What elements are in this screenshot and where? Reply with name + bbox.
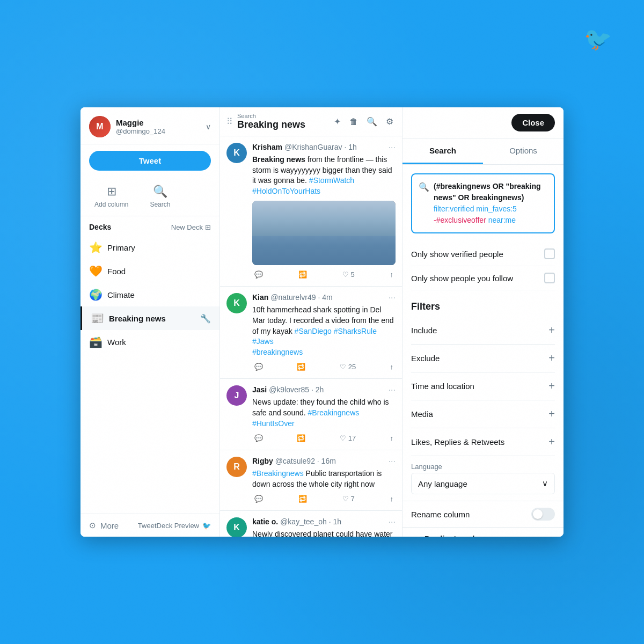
sidebar-nav: ⊞ Add column 🔍 Search [80, 177, 219, 216]
sidebar-item-breaking-news[interactable]: 📰 Breaking news 🔧 [80, 306, 219, 330]
tweet-meta: Rigby @catsule92 · 16m ··· [252, 457, 396, 466]
tweet-name: Krisham [252, 143, 282, 151]
retweet-button[interactable]: 🔁 [295, 362, 308, 372]
food-icon: 🧡 [89, 265, 102, 277]
avatar[interactable]: M [89, 116, 111, 137]
share-button[interactable]: ↑ [387, 269, 396, 280]
retweet-button[interactable]: 🔁 [296, 269, 309, 280]
tweet-name: katie o. [252, 517, 278, 526]
star-icon: ⭐ [89, 241, 102, 254]
search-nav-item[interactable]: 🔍 Search [144, 181, 175, 211]
like-button[interactable]: ♡ 25 [338, 362, 358, 372]
settings-button[interactable]: ⚙ [384, 114, 396, 129]
rename-toggle[interactable] [531, 508, 555, 521]
tweet-author: katie o. @kay_tee_oh · 1h [252, 517, 341, 526]
duplicate-section[interactable]: ⧉ Duplicate column Make a duplicate of t… [402, 527, 564, 537]
sidebar-header: M Maggie @domingo_124 ∨ [80, 107, 219, 144]
user-handle: @domingo_124 [116, 127, 200, 135]
tweet-handle: @naturelvr49 · 4m [270, 293, 332, 302]
tab-options[interactable]: Options [483, 138, 564, 164]
tweet-meta: Jasi @k9lover85 · 2h ··· [252, 385, 396, 395]
tweets-list: K Krisham @KrishanGuarav · 1h ··· Breaki… [220, 136, 402, 537]
media-filter[interactable]: Media + [411, 400, 555, 428]
add-column-icon: ⊞ [107, 185, 116, 199]
rename-label: Rename column [411, 510, 470, 519]
new-deck-button[interactable]: New Deck ⊞ [171, 223, 211, 231]
delete-button[interactable]: 🗑 [347, 115, 360, 129]
like-button[interactable]: ♡ 17 [338, 433, 358, 443]
time-location-filter[interactable]: Time and location + [411, 372, 555, 400]
column-actions: ✦ 🗑 🔍 ⚙ [332, 114, 396, 129]
chevron-down-icon[interactable]: ∨ [206, 122, 211, 131]
sidebar-item-work[interactable]: 🗃️ Work [80, 330, 219, 354]
tweet-actions: 💬 🔁 ♡ 17 ↑ [252, 433, 396, 443]
table-row: R Rigby @catsule92 · 16m ··· #Breakingne… [220, 450, 402, 511]
sidebar-item-primary[interactable]: ⭐ Primary [80, 236, 219, 259]
drag-handle-icon[interactable]: ⠿ [226, 116, 233, 127]
filter-toggles: Only show verified people Only show peop… [402, 242, 564, 290]
deck-primary-label: Primary [107, 243, 135, 252]
like-button[interactable]: ♡ 7 [340, 494, 357, 504]
include-filter[interactable]: Include + [411, 317, 555, 345]
deck-food-label: Food [107, 267, 126, 276]
more-button[interactable]: ⊙ More [89, 521, 119, 530]
tweet-handle: @kay_tee_oh · 1h [280, 517, 341, 526]
tweet-more-button[interactable]: ··· [389, 385, 396, 395]
sparkle-button[interactable]: ✦ [332, 114, 343, 129]
search-icon: 🔍 [153, 185, 167, 199]
tweet-name: Kian [252, 293, 268, 302]
avatar: J [226, 385, 247, 406]
reply-button[interactable]: 💬 [252, 269, 265, 280]
reply-button[interactable]: 💬 [252, 433, 265, 443]
time-location-plus-icon: + [548, 380, 555, 392]
language-select[interactable]: Any language ∨ [411, 473, 555, 494]
share-button[interactable]: ↑ [388, 433, 396, 443]
tab-search[interactable]: Search [402, 138, 483, 164]
tweet-more-button[interactable]: ··· [389, 143, 396, 152]
language-label: Language [411, 463, 555, 471]
tweetdeck-branding: TweetDeck Preview 🐦 [138, 522, 211, 530]
search-query-icon: 🔍 [419, 182, 429, 192]
tweet-body: Jasi @k9lover85 · 2h ··· News update: th… [252, 385, 396, 443]
new-deck-label: New Deck [171, 223, 203, 231]
reply-button[interactable]: 💬 [252, 494, 265, 504]
flood-image [252, 201, 396, 265]
like-count: 5 [351, 270, 355, 279]
reply-button[interactable]: 💬 [252, 362, 265, 372]
exclude-filter[interactable]: Exclude + [411, 345, 555, 372]
exclude-label: Exclude [411, 354, 440, 363]
follow-checkbox[interactable] [544, 273, 555, 283]
duplicate-title: Duplicate column [425, 534, 524, 537]
likes-replies-retweets-filter[interactable]: Likes, Replies & Retweets + [411, 428, 555, 456]
tweet-body: katie o. @kay_tee_oh · 1h ··· Newly disc… [252, 517, 396, 537]
retweet-button[interactable]: 🔁 [296, 494, 309, 504]
tweet-text: Breaking news from the frontline — this … [252, 155, 396, 196]
like-count: 7 [351, 495, 355, 503]
like-button[interactable]: ♡ 5 [340, 269, 357, 280]
search-query-text: (#breakingnews OR "breaking news" OR bre… [434, 181, 547, 226]
tweet-author: Rigby @catsule92 · 16m [252, 457, 336, 465]
sidebar-footer: ⊙ More TweetDeck Preview 🐦 [80, 514, 219, 537]
verified-toggle-item: Only show verified people [411, 242, 555, 266]
tweet-more-button[interactable]: ··· [389, 517, 396, 527]
app-container: M Maggie @domingo_124 ∨ Tweet ⊞ Add colu… [80, 107, 564, 537]
close-button[interactable]: Close [511, 114, 555, 131]
sidebar-item-food[interactable]: 🧡 Food [80, 259, 219, 283]
add-column-nav-item[interactable]: ⊞ Add column [89, 181, 134, 211]
share-button[interactable]: ↑ [387, 494, 396, 504]
table-row: J Jasi @k9lover85 · 2h ··· News update: … [220, 379, 402, 450]
tweet-more-button[interactable]: ··· [389, 457, 396, 466]
sidebar-item-climate[interactable]: 🌍 Climate [80, 283, 219, 306]
verified-checkbox[interactable] [544, 248, 555, 259]
share-button[interactable]: ↑ [388, 362, 396, 372]
search-column-button[interactable]: 🔍 [364, 114, 379, 129]
retweet-button[interactable]: 🔁 [295, 433, 308, 443]
tweet-body: Rigby @catsule92 · 16m ··· #Breakingnews… [252, 457, 396, 504]
avatar: R [226, 457, 247, 477]
tweet-button[interactable]: Tweet [89, 151, 211, 171]
edit-icon[interactable]: 🔧 [200, 313, 211, 324]
query-line2: filter:verified min_faves:5 [434, 204, 517, 213]
tweet-name: Rigby [252, 457, 273, 465]
tweet-more-button[interactable]: ··· [389, 293, 396, 303]
news-icon: 📰 [91, 312, 104, 325]
